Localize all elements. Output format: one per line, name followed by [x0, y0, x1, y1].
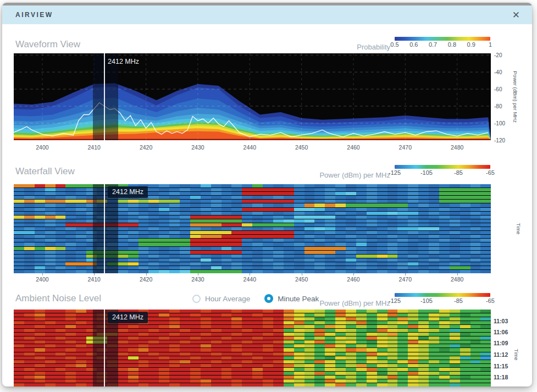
heatmap-row — [14, 340, 491, 344]
heatmap-row — [14, 270, 491, 273]
power-legend-ticks: -125-105-85-65 — [395, 169, 490, 176]
x-tickmark — [94, 273, 95, 275]
legend-tick-label: 0.6 — [409, 41, 418, 48]
x-tick-label: 2450 — [295, 276, 308, 283]
probability-legend: Probability 0.50.60.70.80.91 — [357, 37, 490, 48]
heatmap-row — [14, 376, 491, 379]
heatmap-row — [14, 227, 491, 230]
x-tick-label: 2420 — [140, 276, 152, 283]
waterfall-legend-label: Power (dBm) per MHz — [319, 171, 390, 179]
x-tick-label: 2460 — [347, 144, 359, 151]
heatmap-row — [14, 184, 491, 187]
heatmap-row — [14, 262, 491, 266]
radio-hour-average[interactable]: Hour Average — [192, 295, 250, 303]
legend-tick-label: 0.7 — [429, 41, 437, 48]
heatmap-row — [14, 329, 491, 332]
x-tickmark — [198, 273, 198, 275]
heatmap-row — [14, 325, 491, 328]
heatmap-row — [14, 216, 491, 219]
legend-tick-label: 0.8 — [448, 41, 456, 48]
ambient-chart: 2412 MHz — [14, 310, 491, 387]
heatmap-row — [14, 203, 491, 207]
legend-tick-label: -85 — [454, 297, 463, 304]
probability-legend-label: Probability — [357, 43, 390, 51]
x-tickmark — [302, 273, 302, 275]
waterfall-chart: 2412 MHz — [14, 184, 491, 273]
waveform-x-axis: 240024102420243024402450246024702480 — [14, 142, 491, 151]
heatmap-row — [14, 219, 491, 223]
heatmap-row — [14, 321, 491, 324]
legend-tick-label: 1 — [489, 41, 492, 48]
heatmap-row — [14, 360, 491, 363]
legend-tick-label: -65 — [486, 297, 495, 304]
y-tick-label: -20 — [494, 52, 502, 58]
heatmap-row — [14, 212, 491, 215]
heatmap-row — [14, 379, 491, 383]
x-tick-label: 2430 — [191, 276, 204, 283]
waterfall-section-title: Waterfall View — [15, 166, 75, 177]
close-icon[interactable]: ✕ — [510, 9, 522, 21]
x-tickmark — [42, 273, 43, 275]
time-tick-label: 11:06 — [494, 329, 508, 335]
heatmap-row — [14, 208, 491, 211]
power-gradient-bar — [395, 165, 490, 169]
waterfall-x-axis: 240024102420243024402450246024702480 — [14, 274, 491, 283]
y-tick-label: -100 — [494, 120, 505, 126]
x-tickmark — [146, 273, 147, 275]
legend-tick-label: 0.5 — [390, 41, 398, 48]
heatmap-row — [14, 356, 491, 360]
legend-tick-label: 0.9 — [467, 41, 475, 48]
waveform-y-axis-label: Power (dBm) per MHz — [512, 71, 518, 123]
legend-tick-label: -125 — [389, 169, 401, 176]
heatmap-row — [14, 352, 491, 356]
x-tick-label: 2430 — [191, 144, 204, 151]
heatmap-row — [14, 223, 491, 227]
radio-minute-peak-label: Minute Peak — [278, 295, 319, 303]
y-tick-label: -120 — [494, 137, 505, 143]
x-tick-label: 2480 — [451, 144, 463, 151]
heatmap-row — [14, 344, 491, 347]
power-legend-ticks: -125-105-85-65 — [395, 297, 490, 304]
heatmap-row — [14, 196, 491, 199]
x-tick-label: 2450 — [295, 144, 308, 151]
y-tick-label: -80 — [494, 103, 502, 109]
x-tickmark — [457, 273, 458, 275]
legend-tick-label: -125 — [389, 297, 401, 304]
time-tick-label: 11:12 — [494, 351, 508, 358]
heatmap-row — [14, 192, 491, 195]
heatmap-row — [14, 317, 491, 321]
legend-tick-label: -105 — [420, 297, 433, 304]
y-tick-label: -60 — [494, 86, 502, 92]
heatmap-row — [14, 368, 491, 371]
x-tick-label: 2440 — [243, 276, 256, 283]
legend-tick-label: -65 — [486, 169, 495, 176]
radio-minute-peak[interactable]: Minute Peak — [264, 294, 319, 303]
waterfall-legend: Power (dBm) per MHz -125-105-85-65 — [319, 165, 490, 176]
x-tick-label: 2400 — [36, 276, 48, 283]
x-tick-label: 2420 — [140, 144, 152, 151]
x-tickmark — [405, 273, 406, 275]
y-tick-label: -40 — [494, 69, 502, 75]
time-tick-label: 11:09 — [494, 340, 508, 346]
x-tick-label: 2470 — [399, 144, 412, 151]
probability-legend-ticks: 0.50.60.70.80.91 — [395, 41, 490, 48]
heatmap-row — [14, 251, 491, 254]
heatmap-row — [14, 372, 491, 375]
waveform-section-title: Waveform View — [15, 39, 80, 50]
radio-on-icon[interactable] — [264, 294, 273, 303]
time-tick-label: 11:03 — [494, 318, 508, 324]
radio-off-icon[interactable] — [192, 295, 201, 303]
ambient-section-title: Ambient Noise Level — [15, 293, 101, 304]
ambient-legend: Power (dBm) per MHz -125-105-85-65 — [319, 293, 490, 304]
heatmap-row — [14, 313, 491, 317]
time-tick-label: 11:18 — [494, 374, 508, 380]
titlebar: AIRVIEW ✕ — [2, 5, 532, 24]
legend-tick-label: -85 — [454, 169, 463, 176]
waveform-chart: 2412 MHz — [14, 53, 491, 140]
heatmap-row — [14, 235, 491, 238]
heatmap-row — [14, 383, 491, 387]
legend-tick-label: -105 — [420, 169, 433, 176]
power-gradient-bar — [395, 293, 490, 297]
x-tickmark — [250, 273, 250, 275]
x-tick-label: 2400 — [36, 144, 48, 151]
